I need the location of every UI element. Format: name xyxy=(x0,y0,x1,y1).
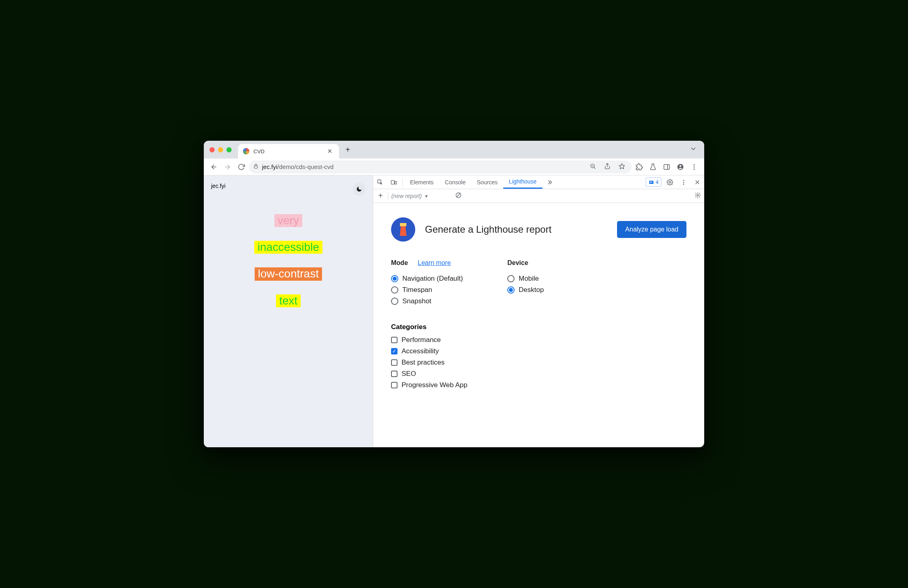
svg-point-15 xyxy=(694,169,695,169)
svg-point-23 xyxy=(683,184,684,184)
page-brand: jec.fyi xyxy=(211,183,226,196)
analyze-button[interactable]: Analyze page load xyxy=(617,221,686,238)
svg-line-5 xyxy=(594,167,595,169)
reload-button[interactable] xyxy=(235,161,247,173)
devtools-tab-console[interactable]: Console xyxy=(439,175,471,189)
share-icon[interactable] xyxy=(602,162,613,171)
svg-point-13 xyxy=(694,165,695,165)
demo-word: very xyxy=(274,214,302,227)
mode-group: Mode Learn more Navigation (Default)Time… xyxy=(391,259,463,309)
device-group: Device MobileDesktop xyxy=(507,259,544,309)
rendered-page: jec.fyi veryinaccessiblelow-contrasttext xyxy=(204,175,373,447)
radio-icon xyxy=(391,275,398,282)
lighthouse-settings-icon[interactable] xyxy=(695,192,701,200)
svg-rect-2 xyxy=(254,166,257,168)
tab-strip: CVD ✕ + xyxy=(204,141,704,158)
browser-toolbar: jec.fyi/demo/cds-quest-cvd xyxy=(204,158,704,175)
checkbox-icon xyxy=(391,382,398,388)
radio-icon xyxy=(391,298,398,305)
close-tab-icon[interactable]: ✕ xyxy=(326,147,334,156)
browser-tab[interactable]: CVD ✕ xyxy=(238,144,339,158)
favicon-icon xyxy=(243,148,249,154)
clear-icon[interactable] xyxy=(455,192,462,200)
devtools-settings-icon[interactable] xyxy=(663,175,677,189)
side-panel-icon[interactable] xyxy=(661,161,673,173)
report-selector-label[interactable]: (new report) xyxy=(391,193,422,199)
demo-text-stack: veryinaccessiblelow-contrasttext xyxy=(204,198,373,447)
svg-point-28 xyxy=(697,194,699,196)
close-window-icon[interactable] xyxy=(209,147,215,152)
device-option-label: Mobile xyxy=(519,275,539,283)
tab-title: CVD xyxy=(253,148,322,154)
category-option-label: Best practices xyxy=(402,359,445,367)
mode-option[interactable]: Navigation (Default) xyxy=(391,275,463,283)
demo-word: low-contrast xyxy=(255,267,322,280)
mode-option[interactable]: Snapshot xyxy=(391,297,463,305)
devtools-tabs: ElementsConsoleSourcesLighthouse 4 xyxy=(373,175,704,189)
minimize-window-icon[interactable] xyxy=(218,147,223,152)
dark-mode-toggle[interactable] xyxy=(353,183,366,196)
kebab-menu-icon[interactable] xyxy=(688,161,700,173)
more-tabs-icon[interactable] xyxy=(542,175,556,189)
devtools-tab-lighthouse[interactable]: Lighthouse xyxy=(503,175,542,189)
mode-option-label: Navigation (Default) xyxy=(402,275,463,283)
mode-option-label: Snapshot xyxy=(402,297,431,305)
inspect-element-icon[interactable] xyxy=(373,175,387,189)
category-option[interactable]: ✓Accessibility xyxy=(391,347,686,355)
extensions-icon[interactable] xyxy=(633,161,645,173)
maximize-window-icon[interactable] xyxy=(226,147,232,152)
checkbox-icon xyxy=(391,371,398,377)
checkbox-icon xyxy=(391,337,398,343)
devtools-kebab-icon[interactable] xyxy=(677,175,690,189)
radio-icon xyxy=(391,286,398,294)
new-report-button[interactable]: + xyxy=(377,191,385,200)
learn-more-link[interactable]: Learn more xyxy=(418,259,451,266)
demo-word: text xyxy=(276,294,301,307)
forward-button[interactable] xyxy=(222,161,234,173)
svg-point-20 xyxy=(669,181,671,183)
svg-point-22 xyxy=(683,182,684,182)
issues-count: 4 xyxy=(656,179,659,185)
category-option-label: Performance xyxy=(402,336,441,344)
devtools-panel: ElementsConsoleSourcesLighthouse 4 + (ne… xyxy=(373,175,704,447)
mode-option[interactable]: Timespan xyxy=(391,286,463,294)
mode-option-label: Timespan xyxy=(402,286,432,294)
device-toolbar-icon[interactable] xyxy=(387,175,401,189)
new-tab-button[interactable]: + xyxy=(342,144,354,156)
lighthouse-toolbar: + (new report) ▾ xyxy=(373,189,704,203)
device-option-label: Desktop xyxy=(519,286,544,294)
category-option[interactable]: SEO xyxy=(391,370,686,378)
devtools-close-icon[interactable] xyxy=(690,175,704,189)
labs-icon[interactable] xyxy=(647,161,659,173)
categories-label: Categories xyxy=(391,323,686,331)
svg-rect-18 xyxy=(395,181,397,184)
lighthouse-logo-icon xyxy=(391,217,415,242)
categories-group: Categories Performance✓AccessibilityBest… xyxy=(391,323,686,389)
devtools-tab-sources[interactable]: Sources xyxy=(471,175,503,189)
device-option[interactable]: Mobile xyxy=(507,275,544,283)
checkbox-icon xyxy=(391,359,398,366)
browser-window: CVD ✕ + jec.fyi/demo/cds-quest-cvd je xyxy=(204,141,704,447)
tabs-dropdown-icon[interactable] xyxy=(686,142,700,157)
mode-label: Mode xyxy=(391,259,408,267)
svg-line-27 xyxy=(456,193,460,197)
devtools-tab-elements[interactable]: Elements xyxy=(404,175,439,189)
profile-avatar-icon[interactable] xyxy=(674,161,686,173)
back-button[interactable] xyxy=(208,161,220,173)
category-option[interactable]: Progressive Web App xyxy=(391,381,686,389)
zoom-icon[interactable] xyxy=(587,162,598,171)
category-option[interactable]: Best practices xyxy=(391,359,686,367)
url-text: jec.fyi/demo/cds-quest-cvd xyxy=(262,163,584,170)
report-selector-caret-icon[interactable]: ▾ xyxy=(425,193,452,199)
checkbox-icon: ✓ xyxy=(391,348,398,354)
address-bar[interactable]: jec.fyi/demo/cds-quest-cvd xyxy=(249,161,632,173)
svg-rect-9 xyxy=(664,165,669,169)
svg-marker-7 xyxy=(619,163,624,169)
bookmark-star-icon[interactable] xyxy=(616,162,628,171)
issues-badge[interactable]: 4 xyxy=(646,177,661,187)
device-option[interactable]: Desktop xyxy=(507,286,544,294)
demo-word: inaccessible xyxy=(254,241,322,254)
svg-rect-17 xyxy=(391,180,394,184)
lighthouse-body: Generate a Lighthouse report Analyze pag… xyxy=(373,203,704,447)
category-option[interactable]: Performance xyxy=(391,336,686,344)
